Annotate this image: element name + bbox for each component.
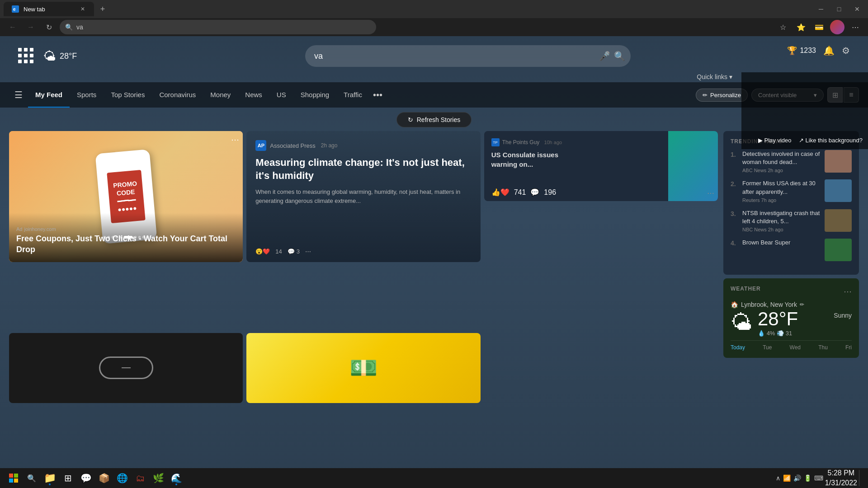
tab-sports[interactable]: Sports — [70, 82, 104, 108]
taskbar-up-arrow[interactable]: ∧ — [776, 474, 780, 482]
maximize-button[interactable]: □ — [832, 2, 846, 16]
trending-item-3[interactable]: 3. NTSB investigating crash that left 4 … — [731, 209, 852, 232]
taskbar-volume-icon[interactable]: 🔊 — [793, 474, 801, 482]
weather-icon: 🌤 — [43, 49, 56, 64]
stories-grid: PROMOCODE━━━━━●●●●● Ad joinhoney.com Fre… — [9, 131, 718, 470]
taskbar-battery-icon[interactable]: 🔋 — [804, 474, 811, 482]
taskbar-search-button[interactable]: 🔍 — [24, 470, 40, 486]
money-story[interactable]: 💵 — [246, 333, 480, 403]
taskbar-filezilla[interactable]: 🗂 — [132, 470, 148, 486]
taskbar-network-icon[interactable]: 📶 — [783, 474, 791, 482]
taskbar-show-desktop[interactable] — [859, 470, 863, 486]
address-bar[interactable]: 🔍 va — [60, 20, 376, 34]
taskbar-chrome[interactable]: 🌐 — [114, 470, 130, 486]
close-window-button[interactable]: ✕ — [850, 2, 864, 16]
weather-location: 🏠 Lynbrook, New York ✏ — [731, 301, 852, 308]
personalize-button[interactable]: ✏ Personalize — [696, 89, 748, 102]
chevron-down-icon: ▾ — [729, 73, 732, 80]
forecast-wed[interactable]: Wed — [790, 344, 801, 351]
dot — [115, 236, 118, 239]
tab-news[interactable]: News — [238, 82, 269, 108]
settings-button[interactable]: ⚙ — [842, 45, 850, 56]
like-background-label: Like this background? — [806, 137, 863, 144]
tab-traffic[interactable]: Traffic — [336, 82, 369, 108]
tab-us[interactable]: US — [269, 82, 293, 108]
dot — [146, 236, 149, 239]
featured-more-button[interactable]: ⋯ — [231, 135, 239, 145]
search-input[interactable] — [305, 45, 631, 67]
collections-icon[interactable]: ⭐ — [794, 20, 808, 34]
featured-story[interactable]: PROMOCODE━━━━━●●●●● Ad joinhoney.com Fre… — [9, 131, 243, 262]
address-value: va — [76, 23, 83, 31]
consulate-reaction-icon: 👍❤️ — [491, 188, 509, 197]
tab-money[interactable]: Money — [203, 82, 238, 108]
refresh-button[interactable]: ↻ — [42, 20, 56, 34]
taskbar-widgets[interactable]: ⊞ — [60, 470, 76, 486]
wallet-icon[interactable]: 💳 — [812, 20, 826, 34]
tab-shopping[interactable]: Shopping — [293, 82, 336, 108]
forecast-today[interactable]: Today — [731, 344, 745, 351]
like-background-button[interactable]: ↗ Like this background? — [799, 137, 863, 144]
back-button[interactable]: ← — [5, 20, 20, 34]
microphone-icon[interactable]: 🎤 — [599, 51, 610, 61]
forward-button[interactable]: → — [24, 20, 38, 34]
taskbar-teams[interactable]: 💬 — [78, 470, 94, 486]
comments-count[interactable]: 💬 3 — [288, 248, 300, 255]
quick-links-button[interactable]: Quick links ▾ — [697, 73, 732, 80]
weather-details: 💧 4% 💨 31 — [758, 330, 798, 337]
points-counter[interactable]: 🏆 1233 — [787, 46, 816, 56]
trending-item-1[interactable]: 1. Detectives involved in case of woman … — [731, 150, 852, 173]
more-options-icon[interactable]: ⋯ — [848, 20, 863, 34]
tab-top-stories[interactable]: Top Stories — [104, 82, 152, 108]
minimize-button[interactable]: ─ — [814, 2, 828, 16]
start-button[interactable] — [5, 470, 22, 486]
trending-item-4[interactable]: 4. Brown Bear Super — [731, 239, 852, 261]
forecast-thu[interactable]: Thu — [818, 344, 828, 351]
reaction-faces[interactable]: 😮❤️ — [255, 248, 270, 255]
consulate-time: 10h ago — [544, 140, 562, 145]
active-tab[interactable]: e New tab ✕ — [4, 2, 94, 16]
tab-my-feed[interactable]: My Feed — [28, 82, 70, 108]
apps-grid-button[interactable] — [18, 48, 34, 64]
notification-button[interactable]: 🔔 — [823, 45, 835, 56]
tab-favicon: e — [11, 5, 20, 14]
consulate-more-button[interactable]: ⋯ — [707, 189, 714, 197]
taskbar-edge[interactable]: 🌊 — [168, 470, 184, 486]
forecast-fri[interactable]: Fri — [845, 344, 852, 351]
edit-location-icon[interactable]: ✏ — [800, 301, 804, 308]
climate-story-excerpt: When it comes to measuring global warmin… — [255, 188, 471, 205]
play-video-button[interactable]: ▶ Play video — [758, 137, 792, 144]
taskbar-file-explorer[interactable]: 📁 — [42, 470, 58, 486]
trending-num-1: 1. — [731, 150, 738, 158]
trending-panel: TRENDING NEWS 1. Detectives involved in … — [723, 131, 859, 275]
refresh-stories-button[interactable]: ↻ Refresh Stories — [396, 112, 472, 127]
ad-label: Ad joinhoney.com — [16, 226, 236, 232]
trending-text-2: Former Miss USA dies at 30 after apparen… — [742, 179, 820, 202]
nav-hamburger-button[interactable]: ☰ — [9, 86, 28, 104]
right-sidebar: TRENDING NEWS 1. Detectives involved in … — [723, 131, 859, 470]
glasses-story[interactable] — [9, 333, 243, 403]
glasses-image — [9, 333, 243, 403]
weather-more-button[interactable]: ⋯ — [844, 286, 852, 296]
trending-item-2[interactable]: 2. Former Miss USA dies at 30 after appa… — [731, 179, 852, 202]
favorites-icon[interactable]: ☆ — [776, 20, 790, 34]
taskbar-photos[interactable]: 🌿 — [150, 470, 166, 486]
story-more-button[interactable]: ⋯ — [305, 248, 311, 255]
forecast-tue[interactable]: Tue — [763, 344, 772, 351]
content-area: PROMOCODE━━━━━●●●●● Ad joinhoney.com Fre… — [0, 131, 868, 470]
tab-coronavirus[interactable]: Coronavirus — [152, 82, 203, 108]
search-submit-icon[interactable]: 🔍 — [614, 51, 625, 61]
taskbar-zip[interactable]: 📦 — [96, 470, 112, 486]
taskbar-keyboard-icon[interactable]: ⌨ — [814, 474, 823, 482]
nav-more-button[interactable]: ••• — [369, 90, 386, 100]
profile-avatar[interactable] — [830, 20, 844, 34]
trending-headline-4: Brown Bear Super — [742, 239, 820, 247]
tab-close-button[interactable]: ✕ — [79, 5, 87, 13]
consulate-story[interactable]: TP The Points Guy 10h ago US Consulate i… — [484, 131, 718, 201]
climate-story[interactable]: AP Associated Press 2h ago Measuring cli… — [246, 131, 480, 262]
tab-sports-label: Sports — [77, 91, 96, 99]
quick-links-label: Quick links — [697, 73, 727, 80]
new-tab-button[interactable]: + — [96, 2, 109, 16]
climate-story-title: Measuring climate change: It's not just … — [255, 156, 471, 182]
taskbar-clock[interactable]: 5:28 PM 1/31/2022 — [825, 468, 857, 488]
